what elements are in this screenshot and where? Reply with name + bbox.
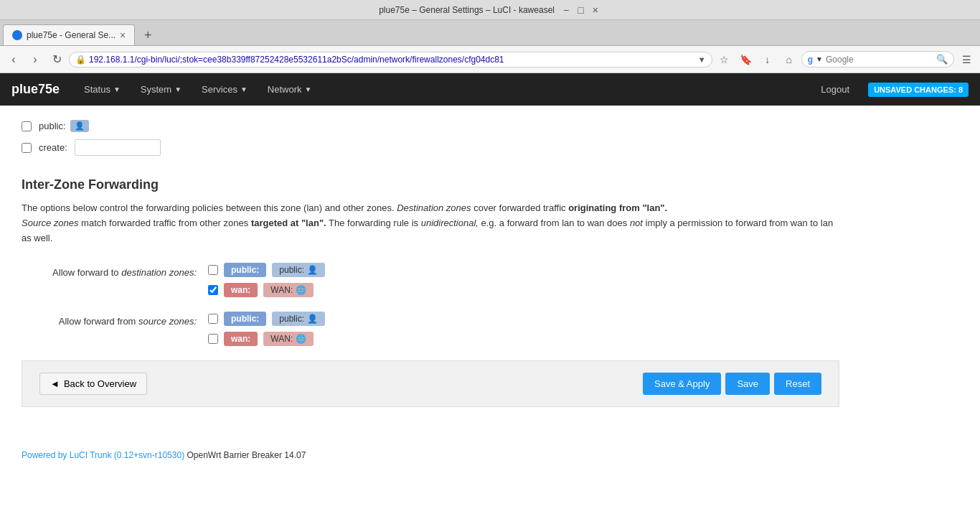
luci-link[interactable]: Powered by LuCI Trunk (0.12+svn-r10530) — [22, 450, 184, 460]
targeted-bold: targeted at "lan". — [251, 218, 326, 228]
public-zone-icon: 👤 — [70, 120, 89, 132]
dest-public-checkbox[interactable] — [208, 265, 218, 275]
reset-button[interactable]: Reset — [774, 373, 821, 395]
tab-favicon — [12, 30, 22, 40]
src-entries: public: public: 👤 wan: WAN: 🌐 — [208, 312, 325, 346]
main-content: public: 👤 create: Inter-Zone Forwarding … — [0, 106, 861, 436]
dest-entries: public: public: 👤 wan: WAN: 🌐 — [208, 263, 325, 297]
openwrt-text: OpenWrt Barrier Breaker 14.07 — [184, 450, 306, 460]
services-caret-icon: ▼ — [240, 85, 248, 93]
dest-wan-entry: wan: WAN: 🌐 — [208, 283, 325, 297]
unsaved-badge: UNSAVED CHANGES: 8 — [868, 83, 969, 97]
forward-button[interactable]: › — [26, 50, 44, 69]
section-title: Inter-Zone Forwarding — [22, 177, 839, 192]
nav-network[interactable]: Network ▼ — [258, 75, 322, 103]
bookmark-icon[interactable]: ☆ — [715, 50, 734, 69]
create-input[interactable] — [75, 139, 161, 156]
page-footer: Powered by LuCI Trunk (0.12+svn-r10530) … — [0, 436, 980, 475]
allow-dest-label: Allow forward to destination zones: — [22, 263, 208, 278]
src-public-link-label: public: — [279, 314, 304, 324]
nav-services[interactable]: Services ▼ — [192, 75, 258, 103]
browser-title: plue75e – General Settings – LuCI - kawe… — [379, 5, 555, 15]
src-wan-entry: wan: WAN: 🌐 — [208, 332, 325, 346]
dest-public-tag: public: — [224, 263, 266, 277]
home-icon[interactable]: ⌂ — [780, 50, 798, 69]
desc-text-6: e.g. a forward from lan to wan does — [479, 218, 630, 228]
src-public-entry: public: public: 👤 — [208, 312, 325, 326]
src-wan-link[interactable]: WAN: 🌐 — [263, 332, 314, 346]
google-search-box: g ▼ 🔍 — [801, 51, 954, 67]
inter-zone-section: Inter-Zone Forwarding The options below … — [22, 177, 839, 346]
back-to-overview-button[interactable]: ◄ Back to Overview — [39, 373, 147, 395]
dest-public-link-label: public: — [279, 265, 304, 275]
public-label-text: public: — [39, 121, 66, 131]
allow-dest-row: Allow forward to destination zones: publ… — [22, 263, 839, 297]
desc-text-1: The options below control the forwarding… — [22, 202, 397, 213]
create-checkbox[interactable] — [22, 143, 32, 153]
security-lock-icon: 🔒 — [75, 55, 86, 65]
nav-status[interactable]: Status ▼ — [74, 75, 131, 103]
src-public-checkbox[interactable] — [208, 314, 218, 324]
action-buttons: Save & Apply Save Reset — [643, 373, 821, 395]
tab-close-icon[interactable]: × — [120, 29, 126, 41]
google-search-icon[interactable]: 🔍 — [936, 54, 948, 65]
save-button[interactable]: Save — [725, 373, 770, 395]
new-tab-button[interactable]: + — [138, 25, 158, 45]
src-public-tag: public: — [224, 312, 266, 326]
src-public-link[interactable]: public: 👤 — [272, 312, 325, 326]
src-wan-link-icon: 🌐 — [296, 334, 306, 344]
src-wan-link-label: WAN: — [270, 334, 293, 344]
back-button[interactable]: ‹ — [4, 50, 23, 69]
nav-system[interactable]: System ▼ — [131, 75, 192, 103]
nav-menu: Status ▼ System ▼ Services ▼ Network ▼ L… — [74, 75, 859, 103]
nav-logout[interactable]: Logout — [811, 75, 859, 103]
dest-public-entry: public: public: 👤 — [208, 263, 325, 277]
not-italic: not — [630, 218, 643, 228]
destination-zones-italic: Destination zones — [397, 202, 471, 213]
allow-src-row: Allow forward from source zones: public:… — [22, 312, 839, 346]
download-icon[interactable]: ↓ — [758, 50, 777, 69]
tab-label: plue75e - General Se... — [27, 30, 116, 40]
app-brand[interactable]: plue75e — [11, 82, 60, 97]
browser-tab[interactable]: plue75e - General Se... × — [3, 24, 135, 45]
status-caret-icon: ▼ — [113, 85, 121, 93]
src-wan-checkbox[interactable] — [208, 334, 218, 344]
create-row: create: — [22, 139, 839, 156]
src-wan-tag: wan: — [224, 332, 258, 346]
desc-text-4: match forwarded traffic from other zones — [79, 218, 251, 228]
back-icon: ◄ — [50, 378, 60, 389]
reload-button[interactable]: ↻ — [47, 50, 66, 69]
allow-src-label: Allow forward from source zones: — [22, 312, 208, 327]
dest-public-link-icon: 👤 — [307, 265, 318, 275]
address-dropdown-icon[interactable]: ▼ — [698, 55, 706, 64]
dest-wan-tag: wan: — [224, 283, 258, 297]
network-caret-icon: ▼ — [305, 85, 312, 93]
public-zone-label: public: 👤 — [39, 120, 89, 132]
window-close-button[interactable]: × — [590, 4, 601, 16]
section-description: The options below control the forwarding… — [22, 201, 839, 246]
google-logo: g — [808, 55, 813, 65]
src-public-link-icon: 👤 — [307, 314, 318, 324]
footer-bar: ◄ Back to Overview Save & Apply Save Res… — [22, 360, 839, 407]
google-dropdown-icon[interactable]: ▼ — [816, 55, 823, 63]
desc-text-5: The forwarding rule is — [326, 218, 421, 228]
originating-bold: originating from "lan". — [568, 202, 667, 213]
save-apply-button[interactable]: Save & Apply — [643, 373, 721, 395]
dest-wan-link[interactable]: WAN: 🌐 — [263, 283, 314, 297]
system-caret-icon: ▼ — [174, 85, 182, 93]
bookmark-manager-icon[interactable]: 🔖 — [737, 50, 755, 69]
window-minimize-button[interactable]: − — [560, 4, 572, 16]
dest-wan-link-label: WAN: — [270, 285, 293, 295]
address-bar: 🔒 ▼ — [69, 52, 712, 67]
window-maximize-button[interactable]: □ — [575, 4, 586, 16]
source-zones-italic: Source zones — [22, 218, 79, 228]
public-row: public: 👤 — [22, 120, 839, 132]
menu-icon[interactable]: ☰ — [957, 50, 976, 69]
top-section: public: 👤 create: — [22, 120, 839, 156]
dest-wan-checkbox[interactable] — [208, 285, 218, 295]
google-search-input[interactable] — [826, 55, 933, 65]
desc-text-2: cover forwarded traffic — [471, 202, 569, 213]
public-checkbox[interactable] — [22, 121, 32, 131]
address-input[interactable] — [89, 55, 695, 65]
dest-public-link[interactable]: public: 👤 — [272, 263, 325, 277]
